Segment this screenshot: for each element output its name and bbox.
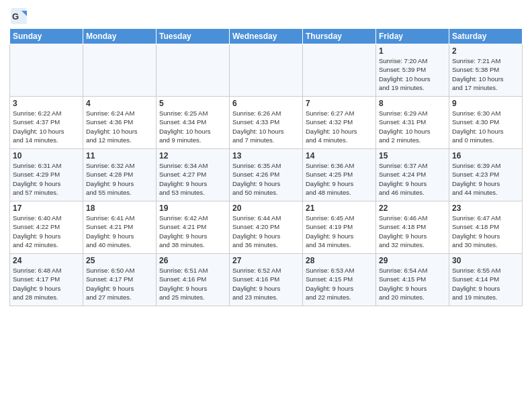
day-info: Sunrise: 7:20 AM Sunset: 5:39 PM Dayligh… bbox=[379, 56, 446, 92]
day-info: Sunrise: 6:27 AM Sunset: 4:32 PM Dayligh… bbox=[306, 109, 373, 144]
logo: G bbox=[9, 7, 31, 26]
calendar-cell: 17Sunrise: 6:40 AM Sunset: 4:22 PM Dayli… bbox=[10, 201, 83, 254]
calendar-cell: 1Sunrise: 7:20 AM Sunset: 5:39 PM Daylig… bbox=[376, 44, 449, 97]
day-info: Sunrise: 6:53 AM Sunset: 4:15 PM Dayligh… bbox=[306, 266, 373, 302]
calendar-cell: 19Sunrise: 6:42 AM Sunset: 4:21 PM Dayli… bbox=[157, 201, 230, 254]
calendar-week-5: 24Sunrise: 6:48 AM Sunset: 4:17 PM Dayli… bbox=[10, 254, 523, 306]
day-number: 14 bbox=[306, 151, 373, 161]
weekday-header-tuesday: Tuesday bbox=[157, 29, 230, 44]
day-number: 10 bbox=[13, 151, 80, 161]
calendar-cell: 23Sunrise: 6:47 AM Sunset: 4:18 PM Dayli… bbox=[449, 201, 523, 254]
day-number: 6 bbox=[232, 99, 300, 108]
day-number: 16 bbox=[452, 151, 519, 161]
day-info: Sunrise: 6:24 AM Sunset: 4:36 PM Dayligh… bbox=[86, 109, 153, 144]
calendar-cell bbox=[83, 44, 157, 97]
calendar-cell: 18Sunrise: 6:41 AM Sunset: 4:21 PM Dayli… bbox=[83, 201, 157, 254]
calendar-cell bbox=[230, 44, 303, 97]
day-number: 5 bbox=[159, 99, 226, 108]
calendar-cell: 16Sunrise: 6:39 AM Sunset: 4:23 PM Dayli… bbox=[449, 149, 523, 201]
logo-icon: G bbox=[9, 7, 28, 26]
day-number: 9 bbox=[452, 99, 519, 108]
day-info: Sunrise: 6:41 AM Sunset: 4:21 PM Dayligh… bbox=[86, 214, 153, 249]
calendar-cell: 29Sunrise: 6:54 AM Sunset: 4:15 PM Dayli… bbox=[376, 254, 449, 306]
day-info: Sunrise: 6:34 AM Sunset: 4:27 PM Dayligh… bbox=[159, 161, 226, 197]
day-number: 12 bbox=[159, 151, 226, 161]
weekday-header-monday: Monday bbox=[83, 29, 157, 44]
day-info: Sunrise: 6:54 AM Sunset: 4:15 PM Dayligh… bbox=[379, 266, 446, 302]
day-info: Sunrise: 6:35 AM Sunset: 4:26 PM Dayligh… bbox=[232, 161, 300, 197]
day-number: 11 bbox=[86, 151, 153, 161]
calendar-week-3: 10Sunrise: 6:31 AM Sunset: 4:29 PM Dayli… bbox=[10, 149, 523, 201]
day-number: 17 bbox=[13, 203, 80, 213]
day-info: Sunrise: 6:25 AM Sunset: 4:34 PM Dayligh… bbox=[159, 109, 226, 144]
day-info: Sunrise: 6:40 AM Sunset: 4:22 PM Dayligh… bbox=[13, 214, 80, 249]
calendar-week-1: 1Sunrise: 7:20 AM Sunset: 5:39 PM Daylig… bbox=[10, 44, 523, 97]
calendar-table: SundayMondayTuesdayWednesdayThursdayFrid… bbox=[9, 28, 523, 306]
weekday-header-sunday: Sunday bbox=[10, 29, 83, 44]
calendar-week-4: 17Sunrise: 6:40 AM Sunset: 4:22 PM Dayli… bbox=[10, 201, 523, 254]
calendar-cell bbox=[303, 44, 376, 97]
calendar-cell: 27Sunrise: 6:52 AM Sunset: 4:16 PM Dayli… bbox=[230, 254, 303, 306]
calendar-cell: 9Sunrise: 6:30 AM Sunset: 4:30 PM Daylig… bbox=[449, 97, 523, 149]
calendar-cell: 6Sunrise: 6:26 AM Sunset: 4:33 PM Daylig… bbox=[230, 97, 303, 149]
calendar-cell: 10Sunrise: 6:31 AM Sunset: 4:29 PM Dayli… bbox=[10, 149, 83, 201]
day-number: 18 bbox=[86, 203, 153, 213]
calendar-cell: 2Sunrise: 7:21 AM Sunset: 5:38 PM Daylig… bbox=[449, 44, 523, 97]
calendar-cell: 22Sunrise: 6:46 AM Sunset: 4:18 PM Dayli… bbox=[376, 201, 449, 254]
day-info: Sunrise: 6:55 AM Sunset: 4:14 PM Dayligh… bbox=[452, 266, 519, 302]
day-number: 15 bbox=[379, 151, 446, 161]
day-info: Sunrise: 6:44 AM Sunset: 4:20 PM Dayligh… bbox=[232, 214, 300, 249]
calendar-cell: 21Sunrise: 6:45 AM Sunset: 4:19 PM Dayli… bbox=[303, 201, 376, 254]
day-number: 8 bbox=[379, 99, 446, 108]
day-info: Sunrise: 6:30 AM Sunset: 4:30 PM Dayligh… bbox=[452, 109, 519, 144]
day-info: Sunrise: 7:21 AM Sunset: 5:38 PM Dayligh… bbox=[452, 56, 519, 92]
day-info: Sunrise: 6:22 AM Sunset: 4:37 PM Dayligh… bbox=[13, 109, 80, 144]
day-info: Sunrise: 6:51 AM Sunset: 4:16 PM Dayligh… bbox=[159, 266, 226, 302]
day-number: 13 bbox=[232, 151, 300, 161]
day-number: 24 bbox=[13, 256, 80, 265]
calendar-cell: 8Sunrise: 6:29 AM Sunset: 4:31 PM Daylig… bbox=[376, 97, 449, 149]
calendar-cell: 28Sunrise: 6:53 AM Sunset: 4:15 PM Dayli… bbox=[303, 254, 376, 306]
calendar-cell: 15Sunrise: 6:37 AM Sunset: 4:24 PM Dayli… bbox=[376, 149, 449, 201]
weekday-header-friday: Friday bbox=[376, 29, 449, 44]
day-info: Sunrise: 6:46 AM Sunset: 4:18 PM Dayligh… bbox=[379, 214, 446, 249]
calendar-cell: 14Sunrise: 6:36 AM Sunset: 4:25 PM Dayli… bbox=[303, 149, 376, 201]
calendar-cell: 7Sunrise: 6:27 AM Sunset: 4:32 PM Daylig… bbox=[303, 97, 376, 149]
day-number: 7 bbox=[306, 99, 373, 108]
day-number: 25 bbox=[86, 256, 153, 265]
day-number: 29 bbox=[379, 256, 446, 265]
day-info: Sunrise: 6:39 AM Sunset: 4:23 PM Dayligh… bbox=[452, 161, 519, 197]
day-number: 23 bbox=[452, 203, 519, 213]
weekday-header-saturday: Saturday bbox=[449, 29, 523, 44]
calendar-cell: 5Sunrise: 6:25 AM Sunset: 4:34 PM Daylig… bbox=[157, 97, 230, 149]
day-number: 20 bbox=[232, 203, 300, 213]
calendar-cell: 3Sunrise: 6:22 AM Sunset: 4:37 PM Daylig… bbox=[10, 97, 83, 149]
calendar-week-2: 3Sunrise: 6:22 AM Sunset: 4:37 PM Daylig… bbox=[10, 97, 523, 149]
day-info: Sunrise: 6:29 AM Sunset: 4:31 PM Dayligh… bbox=[379, 109, 446, 144]
day-number: 27 bbox=[232, 256, 300, 265]
day-number: 1 bbox=[379, 46, 446, 56]
day-info: Sunrise: 6:31 AM Sunset: 4:29 PM Dayligh… bbox=[13, 161, 80, 197]
day-number: 3 bbox=[13, 99, 80, 108]
day-number: 30 bbox=[452, 256, 519, 265]
day-info: Sunrise: 6:47 AM Sunset: 4:18 PM Dayligh… bbox=[452, 214, 519, 249]
day-info: Sunrise: 6:36 AM Sunset: 4:25 PM Dayligh… bbox=[306, 161, 373, 197]
day-info: Sunrise: 6:50 AM Sunset: 4:17 PM Dayligh… bbox=[86, 266, 153, 302]
day-info: Sunrise: 6:26 AM Sunset: 4:33 PM Dayligh… bbox=[232, 109, 300, 144]
header: G bbox=[9, 7, 523, 26]
calendar-cell bbox=[10, 44, 83, 97]
weekday-header-wednesday: Wednesday bbox=[230, 29, 303, 44]
calendar-cell: 4Sunrise: 6:24 AM Sunset: 4:36 PM Daylig… bbox=[83, 97, 157, 149]
day-number: 19 bbox=[159, 203, 226, 213]
day-info: Sunrise: 6:42 AM Sunset: 4:21 PM Dayligh… bbox=[159, 214, 226, 249]
weekday-header-thursday: Thursday bbox=[303, 29, 376, 44]
calendar-cell: 12Sunrise: 6:34 AM Sunset: 4:27 PM Dayli… bbox=[157, 149, 230, 201]
day-info: Sunrise: 6:48 AM Sunset: 4:17 PM Dayligh… bbox=[13, 266, 80, 302]
day-number: 21 bbox=[306, 203, 373, 213]
day-number: 22 bbox=[379, 203, 446, 213]
svg-text:G: G bbox=[12, 11, 19, 21]
weekday-header-row: SundayMondayTuesdayWednesdayThursdayFrid… bbox=[10, 29, 523, 44]
page-container: G SundayMondayTuesdayWednesdayThursdayFr… bbox=[0, 0, 532, 310]
day-number: 28 bbox=[306, 256, 373, 265]
calendar-cell: 13Sunrise: 6:35 AM Sunset: 4:26 PM Dayli… bbox=[230, 149, 303, 201]
